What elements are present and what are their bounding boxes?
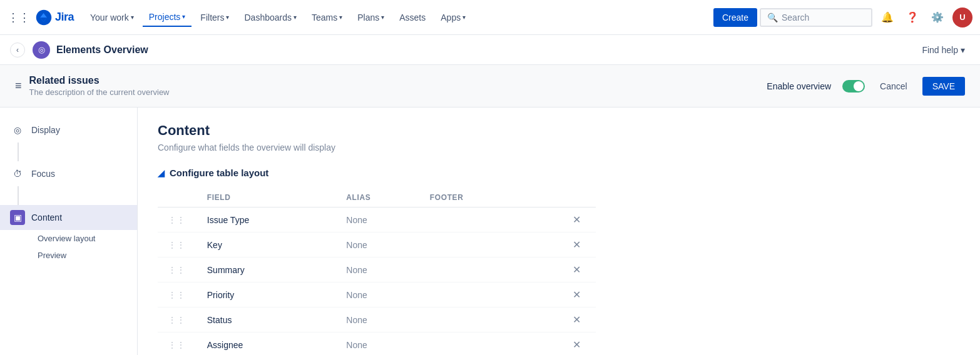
notifications-icon[interactable]: 🔔 (877, 8, 897, 28)
display-icon: ◎ (10, 122, 25, 138)
th-alias: Alias (339, 188, 422, 208)
dashboards-chevron: ▾ (293, 14, 297, 21)
th-actions (561, 188, 596, 208)
sidebar-item-focus[interactable]: ⏱ Focus (0, 161, 137, 186)
avatar[interactable]: U (952, 8, 972, 28)
nav-filters[interactable]: Filters ▾ (194, 9, 235, 26)
remove-button-2[interactable]: ✕ (569, 262, 584, 277)
sidebar-item-content-label: Content (31, 212, 62, 222)
sidebar-item-display-label: Display (31, 125, 60, 135)
remove-cell-4: ✕ (561, 308, 596, 332)
footer-cell-1 (422, 232, 562, 258)
help-icon[interactable]: ❓ (902, 8, 922, 28)
drag-handle-0[interactable]: ⋮⋮ (165, 215, 188, 225)
field-name-2: Summary (200, 258, 339, 282)
sidebar-item-focus-label: Focus (31, 169, 55, 179)
content-area: Content Configure what fields the overvi… (138, 108, 980, 355)
nav-apps[interactable]: Apps ▾ (434, 9, 472, 26)
apps-chevron: ▾ (462, 14, 466, 21)
remove-button-5[interactable]: ✕ (569, 338, 584, 352)
footer-cell-0 (422, 208, 562, 232)
cancel-button[interactable]: Cancel (872, 77, 915, 96)
drag-handle-3[interactable]: ⋮⋮ (165, 290, 188, 300)
section-desc: Configure what fields the overview will … (158, 142, 960, 152)
remove-button-1[interactable]: ✕ (569, 238, 584, 252)
table-row: ⋮⋮KeyNone✕ (158, 232, 596, 258)
content-icon: ▣ (10, 210, 25, 225)
remove-cell-0: ✕ (561, 208, 596, 232)
table-row: ⋮⋮PriorityNone✕ (158, 282, 596, 308)
remove-button-4[interactable]: ✕ (569, 312, 584, 327)
nav-icons: 🔔 ❓ ⚙️ U (877, 8, 972, 28)
drag-handle-2[interactable]: ⋮⋮ (165, 265, 188, 275)
remove-cell-1: ✕ (561, 232, 596, 258)
footer-cell-3 (422, 282, 562, 308)
th-drag (158, 188, 200, 208)
create-button[interactable]: Create (713, 8, 757, 27)
nav-projects[interactable]: Projects ▾ (143, 8, 192, 27)
nav-your-work[interactable]: Your work ▾ (84, 9, 140, 26)
sidebar-item-content[interactable]: ▣ Content (0, 205, 137, 230)
alias-value-5: None (339, 332, 422, 356)
field-name-1: Key (200, 232, 339, 258)
save-button[interactable]: SAVE (922, 77, 965, 96)
alias-value-1: None (339, 232, 422, 258)
search-icon: 🔍 (767, 12, 778, 22)
enable-overview-label: Enable overview (767, 81, 831, 91)
project-logo: ◎ (33, 41, 50, 59)
nav-dashboards[interactable]: Dashboards ▾ (238, 9, 303, 26)
sidebar-connector-2 (18, 186, 19, 205)
footer-cell-2 (422, 258, 562, 282)
projects-chevron: ▾ (182, 13, 185, 20)
alias-value-0: None (339, 208, 422, 232)
nav-assets[interactable]: Assets (393, 9, 432, 26)
sidebar-subitems: Overview layout Preview (0, 230, 137, 264)
grid-icon[interactable]: ⋮⋮ (8, 11, 30, 24)
nav-plans[interactable]: Plans ▾ (351, 9, 390, 26)
subheader: ‹ ◎ Elements Overview Find help ▾ (0, 35, 980, 65)
brand-name: Jira (55, 11, 74, 24)
alias-value-4: None (339, 308, 422, 332)
remove-button-0[interactable]: ✕ (569, 212, 584, 227)
find-help-chevron: ▾ (961, 45, 965, 55)
th-footer: Footer (422, 188, 562, 208)
remove-cell-3: ✕ (561, 282, 596, 308)
sidebar-subitem-preview[interactable]: Preview (33, 247, 137, 264)
overview-bar-title: Related issues (29, 75, 767, 86)
remove-cell-5: ✕ (561, 332, 596, 356)
footer-cell-4 (422, 308, 562, 332)
overview-bar-actions: Enable overview Cancel SAVE (767, 77, 965, 96)
teams-chevron: ▾ (339, 14, 342, 21)
overview-bar-icon: ≡ (15, 79, 22, 92)
table-row: ⋮⋮AssigneeNone✕ (158, 332, 596, 356)
section-title: Content (158, 122, 960, 139)
sidebar-toggle-button[interactable]: ‹ (10, 42, 25, 58)
configure-table-icon: ◢ (158, 168, 165, 178)
sidebar-item-display[interactable]: ◎ Display (0, 118, 137, 142)
drag-handle-5[interactable]: ⋮⋮ (165, 340, 188, 350)
settings-icon[interactable]: ⚙️ (927, 8, 947, 28)
find-help-button[interactable]: Find help ▾ (917, 42, 970, 58)
nav-teams[interactable]: Teams ▾ (305, 9, 349, 26)
th-field: Field (200, 188, 339, 208)
logo[interactable]: Jira (35, 9, 74, 26)
drag-handle-4[interactable]: ⋮⋮ (165, 315, 188, 325)
table-row: ⋮⋮StatusNone✕ (158, 308, 596, 332)
table-row: ⋮⋮SummaryNone✕ (158, 258, 596, 282)
focus-icon: ⏱ (10, 166, 25, 181)
drag-handle-1[interactable]: ⋮⋮ (165, 240, 188, 250)
top-navigation: ⋮⋮ Jira Your work ▾ Projects ▾ Filters ▾… (0, 0, 980, 35)
field-name-4: Status (200, 308, 339, 332)
search-bar[interactable]: 🔍 Search (760, 8, 872, 27)
alias-value-3: None (339, 282, 422, 308)
sidebar-subitem-overview-layout[interactable]: Overview layout (33, 230, 137, 247)
field-name-0: Issue Type (200, 208, 339, 232)
sidebar-connector-1 (18, 142, 19, 161)
config-table: Field Alias Footer ⋮⋮Issue TypeNone✕⋮⋮Ke… (158, 188, 596, 355)
table-row: ⋮⋮Issue TypeNone✕ (158, 208, 596, 232)
plans-chevron: ▾ (381, 14, 384, 21)
enable-overview-toggle[interactable] (842, 80, 865, 92)
remove-button-3[interactable]: ✕ (569, 288, 584, 302)
field-name-5: Assignee (200, 332, 339, 356)
overview-bar-desc: The description of the current overview (29, 88, 767, 97)
